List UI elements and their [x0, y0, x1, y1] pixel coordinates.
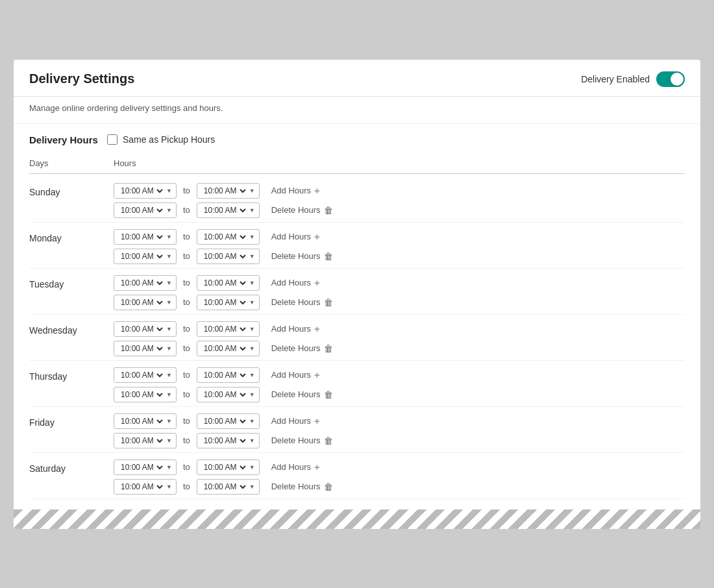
time-dropdown[interactable]: 12:00 AM12:30 AM1:00 AM1:30 AM2:00 AM2:3… [114, 341, 177, 356]
add-hours-button[interactable]: Add Hours+ [271, 277, 320, 288]
time-dropdown[interactable]: 12:00 AM12:30 AM1:00 AM1:30 AM2:00 AM2:3… [197, 321, 260, 337]
time-dropdown[interactable]: 12:00 AM12:30 AM1:00 AM1:30 AM2:00 AM2:3… [197, 459, 260, 475]
time-select-input[interactable]: 12:00 AM12:30 AM1:00 AM1:30 AM2:00 AM2:3… [118, 435, 165, 446]
time-dropdown[interactable]: 12:00 AM12:30 AM1:00 AM1:30 AM2:00 AM2:3… [114, 387, 177, 402]
time-select-input[interactable]: 12:00 AM12:30 AM1:00 AM1:30 AM2:00 AM2:3… [201, 435, 248, 446]
same-as-pickup-group: Same as Pickup Hours [107, 134, 215, 145]
time-dropdown[interactable]: 12:00 AM12:30 AM1:00 AM1:30 AM2:00 AM2:3… [114, 202, 177, 218]
hours-row: 12:00 AM12:30 AM1:00 AM1:30 AM2:00 AM2:3… [114, 275, 685, 291]
time-select-input[interactable]: 12:00 AM12:30 AM1:00 AM1:30 AM2:00 AM2:3… [118, 278, 165, 288]
chevron-down-icon: ▼ [249, 326, 255, 332]
delete-hours-button[interactable]: Delete Hours🗑 [271, 389, 333, 400]
time-select-input[interactable]: 12:00 AM12:30 AM1:00 AM1:30 AM2:00 AM2:3… [118, 482, 165, 492]
time-dropdown[interactable]: 12:00 AM12:30 AM1:00 AM1:30 AM2:00 AM2:3… [197, 249, 260, 264]
time-dropdown[interactable]: 12:00 AM12:30 AM1:00 AM1:30 AM2:00 AM2:3… [197, 341, 260, 356]
trash-icon: 🗑 [324, 251, 333, 262]
time-dropdown[interactable]: 12:00 AM12:30 AM1:00 AM1:30 AM2:00 AM2:3… [114, 183, 177, 199]
delete-hours-button[interactable]: Delete Hours🗑 [271, 343, 333, 354]
hours-column: 12:00 AM12:30 AM1:00 AM1:30 AM2:00 AM2:3… [114, 367, 685, 402]
same-as-pickup-label: Same as Pickup Hours [123, 134, 215, 145]
delete-hours-button[interactable]: Delete Hours🗑 [271, 297, 333, 308]
to-label: to [180, 232, 193, 241]
add-hours-button[interactable]: Add Hours+ [271, 231, 320, 242]
time-select-input[interactable]: 12:00 AM12:30 AM1:00 AM1:30 AM2:00 AM2:3… [118, 389, 165, 400]
hours-row: 12:00 AM12:30 AM1:00 AM1:30 AM2:00 AM2:3… [114, 295, 685, 310]
delete-hours-button[interactable]: Delete Hours🗑 [271, 251, 333, 262]
chevron-down-icon: ▼ [249, 372, 255, 378]
add-hours-button[interactable]: Add Hours+ [271, 323, 320, 334]
chevron-down-icon: ▼ [166, 188, 172, 194]
time-select-input[interactable]: 12:00 AM12:30 AM1:00 AM1:30 AM2:00 AM2:3… [118, 343, 165, 354]
time-select-input[interactable]: 12:00 AM12:30 AM1:00 AM1:30 AM2:00 AM2:3… [118, 251, 165, 262]
time-dropdown[interactable]: 12:00 AM12:30 AM1:00 AM1:30 AM2:00 AM2:3… [197, 275, 260, 291]
day-name: Monday [29, 229, 114, 243]
add-hours-button[interactable]: Add Hours+ [271, 185, 320, 196]
delivery-hours-title: Delivery Hours [29, 134, 98, 145]
time-dropdown[interactable]: 12:00 AM12:30 AM1:00 AM1:30 AM2:00 AM2:3… [114, 479, 177, 495]
delivery-hours-header: Delivery Hours Same as Pickup Hours [29, 134, 685, 145]
time-dropdown[interactable]: 12:00 AM12:30 AM1:00 AM1:30 AM2:00 AM2:3… [197, 367, 260, 383]
time-select-input[interactable]: 12:00 AM12:30 AM1:00 AM1:30 AM2:00 AM2:3… [118, 186, 165, 196]
time-dropdown[interactable]: 12:00 AM12:30 AM1:00 AM1:30 AM2:00 AM2:3… [114, 295, 177, 310]
time-select-input[interactable]: 12:00 AM12:30 AM1:00 AM1:30 AM2:00 AM2:3… [118, 232, 165, 242]
time-select-input[interactable]: 12:00 AM12:30 AM1:00 AM1:30 AM2:00 AM2:3… [201, 462, 248, 472]
delete-hours-button[interactable]: Delete Hours🗑 [271, 435, 333, 446]
delete-hours-button[interactable]: Delete Hours🗑 [271, 482, 333, 492]
time-select-input[interactable]: 12:00 AM12:30 AM1:00 AM1:30 AM2:00 AM2:3… [118, 205, 165, 215]
day-row: Sunday12:00 AM12:30 AM1:00 AM1:30 AM2:00… [29, 177, 685, 223]
time-select-input[interactable]: 12:00 AM12:30 AM1:00 AM1:30 AM2:00 AM2:3… [118, 416, 165, 426]
day-name: Sunday [29, 183, 114, 197]
time-dropdown[interactable]: 12:00 AM12:30 AM1:00 AM1:30 AM2:00 AM2:3… [197, 433, 260, 448]
time-dropdown[interactable]: 12:00 AM12:30 AM1:00 AM1:30 AM2:00 AM2:3… [197, 295, 260, 310]
time-select-input[interactable]: 12:00 AM12:30 AM1:00 AM1:30 AM2:00 AM2:3… [201, 232, 248, 242]
time-dropdown[interactable]: 12:00 AM12:30 AM1:00 AM1:30 AM2:00 AM2:3… [114, 275, 177, 291]
time-select-input[interactable]: 12:00 AM12:30 AM1:00 AM1:30 AM2:00 AM2:3… [201, 324, 248, 334]
time-select-input[interactable]: 12:00 AM12:30 AM1:00 AM1:30 AM2:00 AM2:3… [201, 278, 248, 288]
time-dropdown[interactable]: 12:00 AM12:30 AM1:00 AM1:30 AM2:00 AM2:3… [114, 249, 177, 264]
time-select-input[interactable]: 12:00 AM12:30 AM1:00 AM1:30 AM2:00 AM2:3… [201, 416, 248, 426]
time-dropdown[interactable]: 12:00 AM12:30 AM1:00 AM1:30 AM2:00 AM2:3… [114, 229, 177, 245]
hours-row: 12:00 AM12:30 AM1:00 AM1:30 AM2:00 AM2:3… [114, 459, 685, 475]
time-select-input[interactable]: 12:00 AM12:30 AM1:00 AM1:30 AM2:00 AM2:3… [118, 297, 165, 308]
add-hours-button[interactable]: Add Hours+ [271, 415, 320, 426]
time-dropdown[interactable]: 12:00 AM12:30 AM1:00 AM1:30 AM2:00 AM2:3… [197, 229, 260, 245]
time-select-input[interactable]: 12:00 AM12:30 AM1:00 AM1:30 AM2:00 AM2:3… [118, 370, 165, 380]
time-dropdown[interactable]: 12:00 AM12:30 AM1:00 AM1:30 AM2:00 AM2:3… [197, 202, 260, 218]
same-as-pickup-checkbox[interactable] [107, 134, 117, 145]
time-select-input[interactable]: 12:00 AM12:30 AM1:00 AM1:30 AM2:00 AM2:3… [201, 370, 248, 380]
delivery-enabled-toggle[interactable] [656, 71, 685, 87]
to-label: to [180, 278, 193, 288]
trash-icon: 🗑 [324, 343, 333, 354]
time-dropdown[interactable]: 12:00 AM12:30 AM1:00 AM1:30 AM2:00 AM2:3… [197, 387, 260, 402]
time-dropdown[interactable]: 12:00 AM12:30 AM1:00 AM1:30 AM2:00 AM2:3… [197, 479, 260, 495]
time-select-input[interactable]: 12:00 AM12:30 AM1:00 AM1:30 AM2:00 AM2:3… [201, 186, 248, 196]
time-dropdown[interactable]: 12:00 AM12:30 AM1:00 AM1:30 AM2:00 AM2:3… [197, 413, 260, 429]
add-hours-button[interactable]: Add Hours+ [271, 369, 320, 380]
time-select-input[interactable]: 12:00 AM12:30 AM1:00 AM1:30 AM2:00 AM2:3… [201, 343, 248, 354]
delete-hours-label: Delete Hours [271, 205, 321, 215]
time-dropdown[interactable]: 12:00 AM12:30 AM1:00 AM1:30 AM2:00 AM2:3… [197, 183, 260, 199]
add-hours-button[interactable]: Add Hours+ [271, 461, 320, 472]
day-name: Thursday [29, 367, 114, 382]
time-select-input[interactable]: 12:00 AM12:30 AM1:00 AM1:30 AM2:00 AM2:3… [201, 482, 248, 492]
time-select-input[interactable]: 12:00 AM12:30 AM1:00 AM1:30 AM2:00 AM2:3… [201, 205, 248, 215]
time-dropdown[interactable]: 12:00 AM12:30 AM1:00 AM1:30 AM2:00 AM2:3… [114, 321, 177, 337]
chevron-down-icon: ▼ [249, 484, 255, 490]
trash-icon: 🗑 [324, 205, 333, 215]
time-dropdown[interactable]: 12:00 AM12:30 AM1:00 AM1:30 AM2:00 AM2:3… [114, 459, 177, 475]
time-select-input[interactable]: 12:00 AM12:30 AM1:00 AM1:30 AM2:00 AM2:3… [118, 462, 165, 472]
col-days-header: Days [29, 158, 114, 168]
time-dropdown[interactable]: 12:00 AM12:30 AM1:00 AM1:30 AM2:00 AM2:3… [114, 413, 177, 429]
hours-column: 12:00 AM12:30 AM1:00 AM1:30 AM2:00 AM2:3… [114, 183, 685, 218]
time-select-input[interactable]: 12:00 AM12:30 AM1:00 AM1:30 AM2:00 AM2:3… [201, 297, 248, 308]
time-select-input[interactable]: 12:00 AM12:30 AM1:00 AM1:30 AM2:00 AM2:3… [118, 324, 165, 334]
hours-row: 12:00 AM12:30 AM1:00 AM1:30 AM2:00 AM2:3… [114, 341, 685, 356]
time-select-input[interactable]: 12:00 AM12:30 AM1:00 AM1:30 AM2:00 AM2:3… [201, 389, 248, 400]
time-select-input[interactable]: 12:00 AM12:30 AM1:00 AM1:30 AM2:00 AM2:3… [201, 251, 248, 262]
time-dropdown[interactable]: 12:00 AM12:30 AM1:00 AM1:30 AM2:00 AM2:3… [114, 367, 177, 383]
hours-column: 12:00 AM12:30 AM1:00 AM1:30 AM2:00 AM2:3… [114, 413, 685, 448]
day-row: Monday12:00 AM12:30 AM1:00 AM1:30 AM2:00… [29, 223, 685, 269]
delete-hours-button[interactable]: Delete Hours🗑 [271, 205, 333, 215]
chevron-down-icon: ▼ [166, 345, 172, 352]
time-dropdown[interactable]: 12:00 AM12:30 AM1:00 AM1:30 AM2:00 AM2:3… [114, 433, 177, 448]
